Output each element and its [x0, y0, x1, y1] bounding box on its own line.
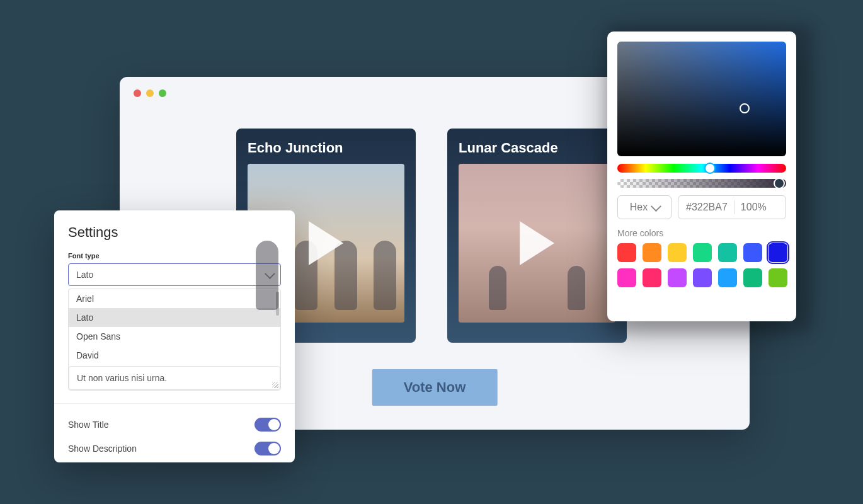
font-option[interactable]: David	[69, 346, 280, 365]
color-swatch[interactable]	[693, 268, 712, 287]
color-swatch[interactable]	[769, 268, 787, 287]
hex-value: #322BA7	[686, 202, 728, 213]
color-swatch[interactable]	[743, 268, 762, 287]
textarea-value: Ut non varius nisi urna.	[77, 373, 167, 383]
saturation-cursor-icon[interactable]	[740, 103, 750, 113]
alpha-slider[interactable]	[617, 179, 786, 188]
traffic-lights	[134, 89, 166, 97]
color-format-select[interactable]: Hex	[617, 195, 672, 219]
font-type-selected: Lato	[76, 270, 93, 280]
color-swatch[interactable]	[718, 243, 737, 262]
font-option[interactable]: Open Sans	[69, 327, 280, 346]
card-thumbnail[interactable]	[459, 164, 615, 323]
hue-slider[interactable]	[617, 164, 786, 173]
color-swatch[interactable]	[718, 268, 737, 287]
chevron-down-icon	[651, 201, 661, 212]
color-picker-panel: Hex #322BA7 100% More colors	[607, 32, 796, 321]
opacity-value: 100%	[741, 202, 767, 213]
divider	[54, 403, 295, 404]
show-description-row: Show Description	[68, 437, 281, 461]
play-icon[interactable]	[309, 221, 343, 265]
card-title: Lunar Cascade	[459, 140, 615, 156]
alpha-thumb-icon[interactable]	[774, 178, 785, 189]
color-swatch[interactable]	[617, 268, 636, 287]
minimize-dot-icon[interactable]	[146, 89, 154, 97]
hex-input[interactable]: #322BA7 100%	[678, 195, 786, 219]
vote-now-button[interactable]: Vote Now	[372, 369, 498, 406]
vote-card[interactable]: Lunar Cascade	[447, 129, 627, 343]
color-swatch[interactable]	[743, 243, 762, 262]
more-colors-label: More colors	[617, 228, 786, 238]
show-title-row: Show Title	[68, 413, 281, 437]
play-icon[interactable]	[520, 221, 554, 265]
show-description-label: Show Description	[68, 444, 137, 454]
show-title-label: Show Title	[68, 420, 109, 430]
color-swatch[interactable]	[769, 243, 787, 262]
show-description-toggle[interactable]	[254, 442, 281, 455]
card-title: Echo Junction	[248, 140, 404, 156]
color-swatch[interactable]	[693, 243, 712, 262]
color-inputs-row: Hex #322BA7 100%	[617, 195, 786, 219]
resize-handle-icon[interactable]	[272, 382, 278, 388]
card-thumbnail[interactable]	[248, 164, 404, 323]
cards-row: Echo Junction Lunar Cascade	[236, 129, 627, 343]
font-option[interactable]: Lato	[69, 308, 280, 327]
color-swatch[interactable]	[643, 268, 661, 287]
settings-title: Settings	[68, 224, 281, 241]
color-swatch[interactable]	[617, 243, 636, 262]
description-textarea[interactable]: Ut non varius nisi urna.	[69, 366, 280, 390]
hue-thumb-icon[interactable]	[704, 163, 716, 174]
color-format-value: Hex	[630, 202, 648, 213]
close-dot-icon[interactable]	[134, 89, 141, 97]
color-swatch[interactable]	[668, 268, 687, 287]
color-swatch[interactable]	[668, 243, 687, 262]
color-swatch[interactable]	[643, 243, 661, 262]
swatch-grid	[617, 243, 786, 287]
saturation-area[interactable]	[617, 42, 786, 156]
street-silhouettes	[459, 266, 615, 310]
show-title-toggle[interactable]	[254, 418, 281, 432]
input-separator	[734, 200, 734, 214]
maximize-dot-icon[interactable]	[159, 89, 166, 97]
